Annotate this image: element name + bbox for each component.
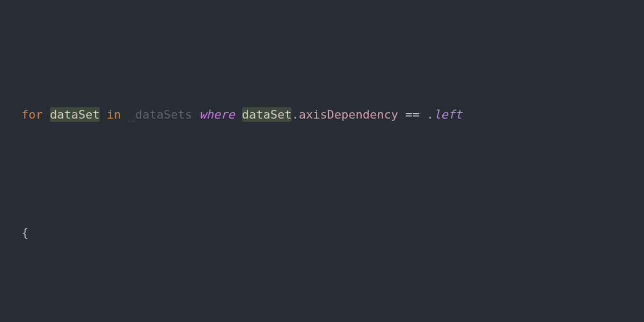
code-editor[interactable]: for dataSet in _dataSets where dataSet.a… xyxy=(0,0,644,322)
dot: . xyxy=(291,108,298,121)
operator-eqeq: == xyxy=(405,108,420,121)
keyword-where: where xyxy=(199,108,235,121)
variable-datasets: _dataSets xyxy=(128,108,192,121)
code-line: for dataSet in _dataSets where dataSet.a… xyxy=(0,103,644,127)
keyword-in: in xyxy=(107,108,121,121)
brace-open: { xyxy=(21,226,28,239)
dot: . xyxy=(427,108,434,121)
property-axisdependency: axisDependency xyxy=(299,108,398,121)
variable-dataset: dataSet xyxy=(242,107,292,122)
variable-dataset: dataSet xyxy=(50,107,100,122)
enum-left: left xyxy=(434,108,462,121)
keyword-for: for xyxy=(21,108,43,121)
code-line: { xyxy=(0,221,644,245)
